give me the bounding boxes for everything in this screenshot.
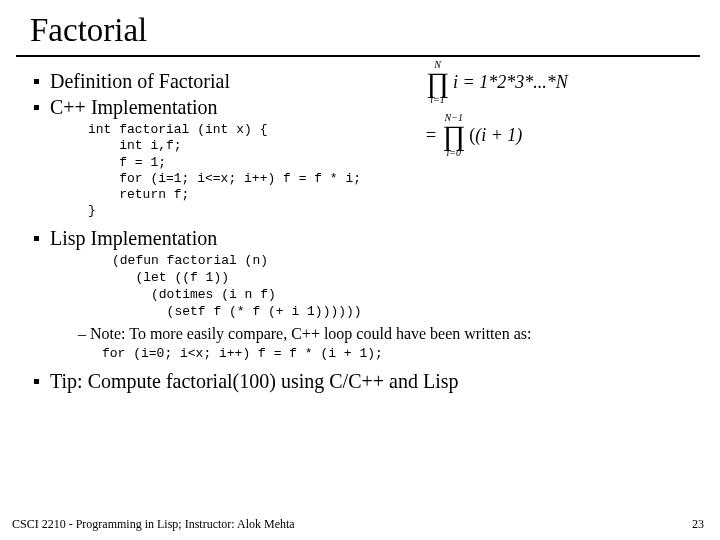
- bullet-lisp: Lisp Implementation (defun factorial (n)…: [34, 226, 698, 363]
- bullet-cpp: C++ Implementation int factorial (int x)…: [34, 95, 698, 220]
- bullet-text: C++ Implementation: [50, 96, 218, 118]
- note-text: – Note: To more easily compare, C++ loop…: [78, 324, 698, 344]
- lisp-code-block: (defun factorial (n) (let ((f 1)) (dotim…: [112, 253, 698, 321]
- cpp-code-block: int factorial (int x) { int i,f; f = 1; …: [88, 122, 698, 220]
- bullet-text: Lisp Implementation: [50, 227, 217, 249]
- slide: Factorial N ∏ i=1 i = 1*2*3*...*N = N−1 …: [0, 0, 720, 540]
- slide-title: Factorial: [22, 12, 698, 49]
- note-code-block: for (i=0; i<x; i++) f = f * (i + 1);: [102, 346, 698, 363]
- bullet-text: Tip: Compute factorial(100) using C/C++ …: [50, 370, 458, 392]
- page-number: 23: [692, 517, 704, 532]
- title-rule: [16, 55, 700, 57]
- bullet-tip: Tip: Compute factorial(100) using C/C++ …: [34, 369, 698, 395]
- footer-text: CSCI 2210 - Programming in Lisp; Instruc…: [12, 517, 295, 532]
- bullet-list: Definition of Factorial C++ Implementati…: [22, 69, 698, 395]
- bullet-text: Definition of Factorial: [50, 70, 230, 92]
- bullet-definition: Definition of Factorial: [34, 69, 698, 95]
